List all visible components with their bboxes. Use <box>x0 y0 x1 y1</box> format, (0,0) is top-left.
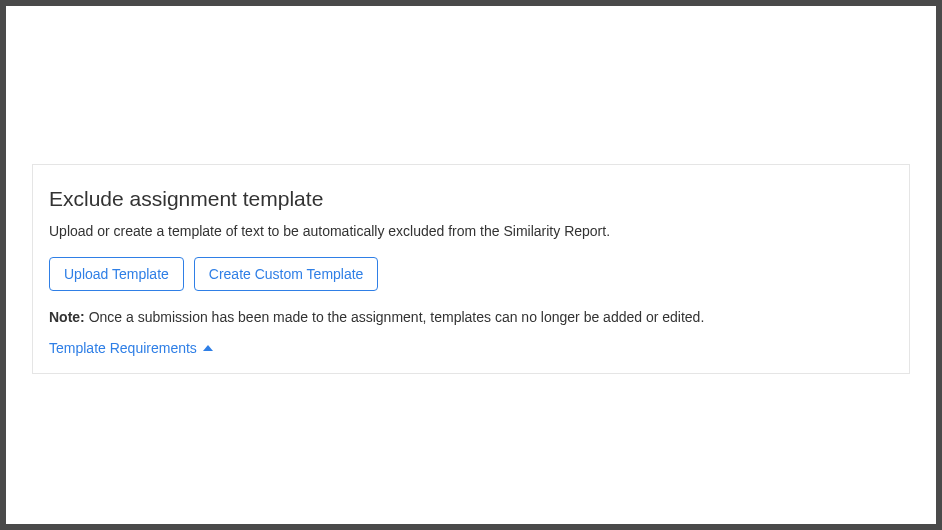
note-label: Note: <box>49 309 85 325</box>
note-text: Once a submission has been made to the a… <box>85 309 705 325</box>
exclude-template-panel: Exclude assignment template Upload or cr… <box>32 164 910 374</box>
content-area: Exclude assignment template Upload or cr… <box>6 6 936 524</box>
chevron-up-icon <box>203 345 213 351</box>
template-requirements-label: Template Requirements <box>49 340 197 356</box>
window-frame: Exclude assignment template Upload or cr… <box>0 0 942 530</box>
template-requirements-toggle[interactable]: Template Requirements <box>49 340 213 356</box>
button-row: Upload Template Create Custom Template <box>49 257 893 291</box>
note-line: Note: Once a submission has been made to… <box>49 309 893 325</box>
section-title: Exclude assignment template <box>49 187 893 211</box>
upload-template-button[interactable]: Upload Template <box>49 257 184 291</box>
section-description: Upload or create a template of text to b… <box>49 223 893 239</box>
create-custom-template-button[interactable]: Create Custom Template <box>194 257 379 291</box>
